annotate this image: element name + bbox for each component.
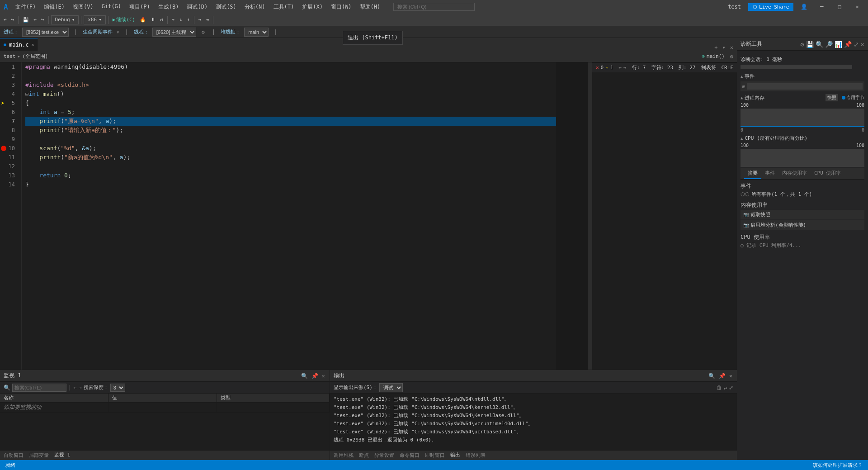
breakpoints-tab[interactable]: 断点 (359, 452, 369, 459)
back-watch[interactable]: ← (73, 385, 76, 391)
nav-back[interactable]: ← (618, 65, 622, 71)
mem-right-top: 100 (856, 103, 864, 108)
search-output-btn[interactable]: 🔍 (708, 373, 716, 379)
editor-scrollbar[interactable] (588, 62, 592, 370)
status-ready[interactable]: 就绪 (4, 460, 17, 470)
expand-output-btn[interactable]: ⤢ (729, 385, 733, 391)
minimize-button[interactable]: ─ (815, 0, 829, 14)
stop-button[interactable]: 🔥 (138, 15, 148, 25)
search-watch-btn[interactable]: 🔍 (300, 373, 309, 379)
menu-tools[interactable]: 工具(T) (270, 2, 298, 12)
notification-item[interactable]: 该如何处理扩展请求？ (811, 460, 864, 470)
debug-config-dropdown[interactable]: Debug ▾ (51, 15, 79, 24)
diag-tab-cpu[interactable]: CPU 使用率 (811, 168, 845, 179)
watch1-tab[interactable]: 监视 1 (54, 451, 70, 459)
diag-tab-summary[interactable]: 摘要 (744, 168, 761, 179)
thread-select[interactable]: [6620] 主线程 (152, 28, 196, 37)
diag-close-btn[interactable]: ✕ (861, 41, 864, 48)
close-output-btn[interactable]: ✕ (728, 373, 733, 379)
close-tab-btn[interactable]: ✕ (31, 42, 34, 47)
diag-pin-btn[interactable]: 📌 (844, 41, 852, 48)
editor-main: ● main.c ✕ + ▾ ✕ test ▸ (全局范围) ⊙ main() (0, 38, 868, 460)
events-section[interactable]: ▲ 事件 (741, 71, 864, 81)
new-tab-btn[interactable]: + (712, 44, 719, 51)
pause-btn[interactable]: ⏸ (149, 15, 157, 25)
diag-save-btn[interactable]: 💾 (806, 41, 814, 48)
error-count[interactable]: ✕ 0 ⚠ 1 (596, 65, 613, 71)
output-tab[interactable]: 输出 (450, 451, 460, 459)
menu-project[interactable]: 项目(P) (126, 2, 154, 12)
fwd-watch[interactable]: → (78, 385, 81, 391)
breadcrumb-scope[interactable]: (全局范围) (22, 53, 48, 60)
nav-forward[interactable]: → (623, 65, 627, 71)
menu-window[interactable]: 窗口(W) (327, 2, 355, 12)
heap-btn[interactable]: 📷 启用堆分析(会影响性能) (741, 220, 864, 230)
user-icon[interactable]: 👤 (797, 4, 811, 10)
save-btn[interactable]: 💾 (21, 15, 31, 25)
menu-analyze[interactable]: 分析(N) (241, 2, 269, 12)
code-content[interactable]: #pragma warning(disable:4996) #include <… (22, 62, 556, 370)
diag-tab-memory[interactable]: 内存使用率 (778, 168, 811, 179)
immediate-tab[interactable]: 即时窗口 (425, 452, 445, 459)
menu-view[interactable]: 视图(V) (69, 2, 97, 12)
show-next[interactable]: → (197, 15, 203, 25)
step-over[interactable]: ↷ (170, 15, 177, 25)
watch-search-input[interactable] (12, 384, 66, 392)
menu-git[interactable]: Git(G) (98, 2, 125, 12)
locals-tab[interactable]: 局部变量 (29, 452, 49, 459)
undo-btn[interactable]: ↩ (32, 15, 38, 25)
diag-zoom-in-btn[interactable]: 🔍 (816, 41, 823, 48)
diag-zoom-out-btn[interactable]: 🔎 (825, 41, 833, 48)
breadcrumb-func[interactable]: main() (707, 53, 725, 59)
cpu-section[interactable]: ▲ CPU (所有处理器的百分比) (741, 133, 864, 142)
diag-settings-btn[interactable]: ⚙ (800, 41, 804, 48)
menu-test[interactable]: 测试(S) (212, 2, 240, 12)
step-out[interactable]: ↑ (185, 15, 192, 25)
clear-output-btn[interactable]: 🗑 (717, 385, 722, 391)
step-into[interactable]: ↓ (178, 15, 184, 25)
stack-select[interactable]: main (244, 28, 269, 37)
memory-section[interactable]: ▲ 进程内存 快照 专用字节 (741, 92, 864, 102)
breadcrumb-project[interactable]: test (4, 53, 16, 59)
close-button[interactable]: ✕ (850, 0, 864, 14)
pin-output-btn[interactable]: 📌 (718, 373, 726, 379)
back-btn[interactable]: ↩ (2, 15, 9, 25)
close-watch-btn[interactable]: ✕ (321, 373, 326, 379)
tab-overflow-btn[interactable]: ▾ (721, 44, 727, 51)
tab-main-c[interactable]: ● main.c ✕ (0, 38, 38, 51)
output-source-select[interactable]: 调试 (379, 383, 403, 392)
diag-chart-btn[interactable]: 📊 (835, 41, 842, 48)
command-tab[interactable]: 命令窗口 (400, 452, 420, 459)
platform-dropdown[interactable]: x86 ▾ (84, 15, 106, 24)
title-search-input[interactable] (393, 3, 475, 11)
process-select[interactable]: [8952] test.exe (22, 28, 69, 37)
menu-file[interactable]: 文件(F) (12, 2, 40, 12)
error-list-tab[interactable]: 错误列表 (466, 452, 486, 459)
menu-help[interactable]: 帮助(H) (356, 2, 384, 12)
auto-window-tab[interactable]: 自动窗口 (4, 452, 24, 459)
callstack-tab[interactable]: 调用堆栈 (334, 452, 354, 459)
close-editor-btn[interactable]: ✕ (728, 44, 735, 51)
diag-tab-events[interactable]: 事件 (761, 168, 778, 179)
exception-tab[interactable]: 异常设置 (374, 452, 394, 459)
wrap-output-btn[interactable]: ↵ (724, 385, 727, 391)
depth-select[interactable]: 3 (110, 384, 125, 392)
snapshot-btn[interactable]: 📷 截取快照 (741, 210, 864, 219)
diag-controls: ⚙ 💾 🔍 🔎 📊 📌 ⤢ ✕ (800, 41, 864, 48)
pin-watch-btn[interactable]: 📌 (311, 373, 319, 379)
breakpoint-10 (1, 146, 6, 151)
menu-build[interactable]: 生成(B) (155, 2, 183, 12)
live-share-button[interactable]: ⬡ Live Share (748, 3, 793, 11)
diag-expand-btn[interactable]: ⤢ (854, 41, 859, 48)
run-to-cursor[interactable]: ⇥ (204, 15, 211, 25)
menu-edit[interactable]: 编辑(E) (40, 2, 68, 12)
continue-button[interactable]: ▶ 继续(C) (111, 15, 137, 25)
forward-btn[interactable]: ↪ (9, 15, 16, 25)
menu-debug[interactable]: 调试(D) (183, 2, 211, 12)
menu-extensions[interactable]: 扩展(X) (298, 2, 326, 12)
restore-button[interactable]: □ (833, 0, 847, 14)
settings-icon[interactable]: ⚙ (730, 53, 733, 60)
restart-btn[interactable]: ↺ (158, 15, 165, 25)
redo-btn[interactable]: ↪ (39, 15, 46, 25)
watch-add-row[interactable]: 添加要监视的项 (0, 403, 330, 413)
